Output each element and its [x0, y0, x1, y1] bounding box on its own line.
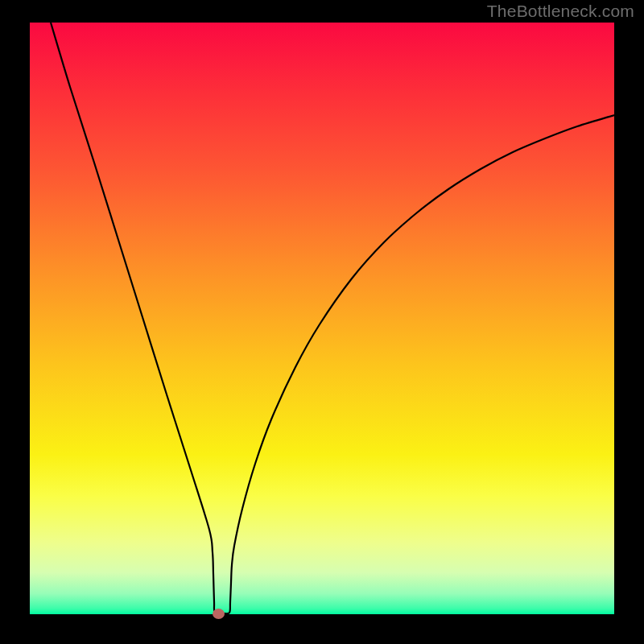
- gradient-background: [30, 23, 614, 614]
- chart-container: TheBottleneck.com: [0, 0, 644, 644]
- plot-area: [30, 23, 614, 614]
- plot-svg: [30, 23, 614, 614]
- attribution-text: TheBottleneck.com: [487, 2, 634, 21]
- baseline-marker: [213, 609, 225, 619]
